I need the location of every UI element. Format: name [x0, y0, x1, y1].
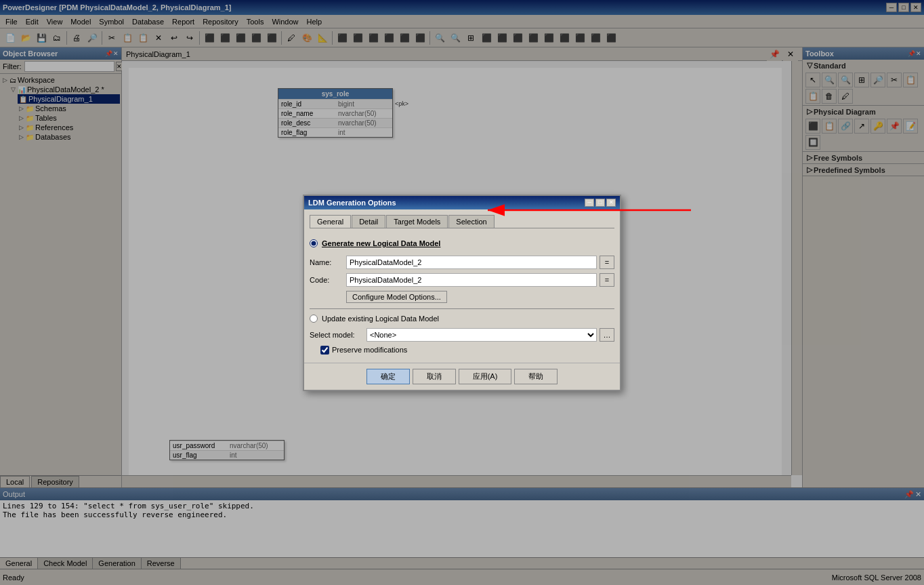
modal-tab-general[interactable]: General — [310, 215, 351, 228]
ldm-generation-options-dialog: LDM Generation Options ─ □ ✕ General Det… — [303, 195, 621, 391]
update-existing-radio-row: Update existing Logical Data Model — [310, 315, 614, 323]
modal-titlebar: LDM Generation Options ─ □ ✕ — [304, 196, 620, 209]
modal-controls: ─ □ ✕ — [585, 199, 616, 207]
modal-tab-detail[interactable]: Detail — [352, 215, 385, 228]
select-model-dropdown[interactable]: <None> — [366, 328, 597, 342]
modal-general-content: Generate new Logical Data Model Name: = … — [310, 234, 614, 357]
code-row: Code: = — [310, 273, 614, 287]
select-model-label: Select model: — [310, 331, 364, 339]
name-browse-button[interactable]: = — [600, 256, 614, 269]
select-model-row: Select model: <None> … — [310, 328, 614, 342]
cancel-button[interactable]: 取消 — [413, 369, 456, 384]
modal-title: LDM Generation Options — [308, 199, 396, 207]
update-existing-radio[interactable] — [310, 315, 318, 323]
name-row: Name: = — [310, 256, 614, 269]
apply-button[interactable]: 应用(A) — [459, 369, 512, 384]
modal-overlay: LDM Generation Options ─ □ ✕ General Det… — [0, 0, 924, 585]
modal-minimize-button[interactable]: ─ — [585, 199, 594, 207]
modal-restore-button[interactable]: □ — [595, 199, 605, 207]
modal-tabs: General Detail Target Models Selection — [310, 215, 614, 228]
modal-footer: 确定 取消 应用(A) 帮助 — [304, 363, 620, 390]
modal-tab-selection[interactable]: Selection — [448, 215, 494, 228]
ok-button[interactable]: 确定 — [366, 369, 410, 384]
preserve-modifications-checkbox[interactable] — [320, 346, 329, 355]
preserve-modifications-row: Preserve modifications — [310, 346, 614, 355]
configure-model-options-button[interactable]: Configure Model Options... — [346, 291, 447, 303]
configure-btn-row: Configure Model Options... — [310, 291, 614, 303]
update-existing-label[interactable]: Update existing Logical Data Model — [322, 315, 439, 323]
name-input[interactable] — [346, 256, 597, 269]
modal-close-button[interactable]: ✕ — [606, 199, 616, 207]
select-model-browse-button[interactable]: … — [600, 328, 614, 342]
modal-separator — [310, 308, 614, 309]
modal-body: General Detail Target Models Selection G… — [304, 209, 620, 363]
code-browse-button[interactable]: = — [600, 273, 614, 287]
generate-new-label[interactable]: Generate new Logical Data Model — [322, 239, 440, 247]
code-label: Code: — [310, 276, 343, 284]
preserve-modifications-label: Preserve modifications — [332, 346, 407, 354]
generate-new-radio-row: Generate new Logical Data Model — [310, 237, 614, 250]
modal-tab-target-models[interactable]: Target Models — [386, 215, 448, 228]
generate-new-radio[interactable] — [310, 239, 318, 247]
name-label: Name: — [310, 258, 343, 266]
code-input[interactable] — [346, 273, 597, 287]
help-button[interactable]: 帮助 — [514, 369, 558, 384]
